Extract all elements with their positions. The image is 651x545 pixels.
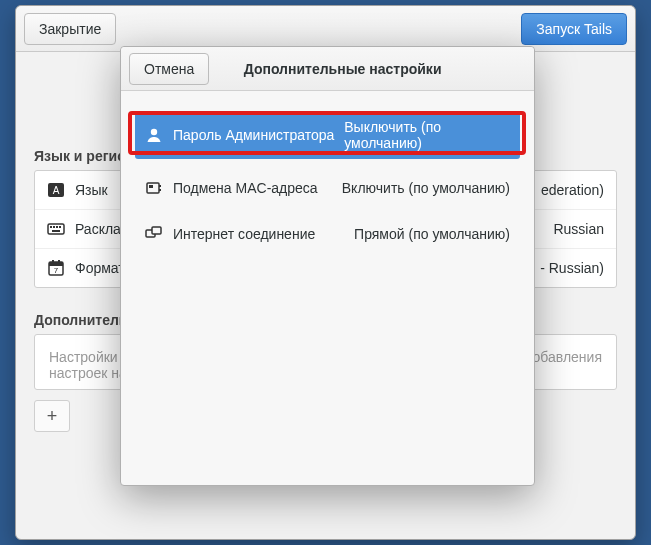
- row-language-value: ederation): [541, 182, 604, 198]
- dialog-header: Отмена Дополнительные настройки: [121, 47, 534, 91]
- svg-rect-6: [59, 226, 61, 228]
- svg-rect-17: [159, 189, 161, 191]
- options-list: Пароль Администратора Выключить (по умол…: [135, 111, 520, 251]
- cancel-button[interactable]: Отмена: [129, 53, 209, 85]
- option-admin-password-value: Выключить (по умолчанию): [344, 119, 510, 151]
- svg-rect-7: [52, 230, 60, 232]
- add-setting-button[interactable]: +: [34, 400, 70, 432]
- user-icon: [145, 126, 163, 144]
- option-mac-spoofing-label: Подмена MAC-адреса: [173, 180, 318, 196]
- option-mac-spoofing[interactable]: Подмена MAC-адреса Включить (по умолчани…: [135, 171, 520, 205]
- language-icon: A: [47, 181, 65, 199]
- svg-rect-5: [56, 226, 58, 228]
- svg-rect-3: [50, 226, 52, 228]
- svg-rect-4: [53, 226, 55, 228]
- svg-rect-16: [159, 185, 161, 187]
- row-formats-value: - Russian): [540, 260, 604, 276]
- svg-point-13: [151, 129, 157, 135]
- option-network-connection-value: Прямой (по умолчанию): [354, 226, 510, 242]
- keyboard-icon: [47, 220, 65, 238]
- svg-text:7: 7: [54, 266, 59, 275]
- option-network-connection-label: Интернет соединение: [173, 226, 315, 242]
- option-mac-spoofing-value: Включить (по умолчанию): [342, 180, 510, 196]
- svg-rect-15: [149, 185, 153, 188]
- svg-text:A: A: [53, 185, 60, 196]
- dialog-body: Пароль Администратора Выключить (по умол…: [121, 91, 534, 271]
- additional-settings-dialog: Отмена Дополнительные настройки Пароль А…: [120, 46, 535, 486]
- start-tails-button[interactable]: Запуск Tails: [521, 13, 627, 45]
- svg-rect-11: [58, 260, 60, 264]
- row-keyboard-value: Russian: [553, 221, 604, 237]
- option-admin-password-label: Пароль Администратора: [173, 127, 334, 143]
- calendar-icon: 7: [47, 259, 65, 277]
- svg-rect-2: [48, 224, 64, 234]
- svg-rect-10: [52, 260, 54, 264]
- row-language-label: Язык: [75, 182, 108, 198]
- option-admin-password[interactable]: Пароль Администратора Выключить (по умол…: [135, 111, 520, 159]
- close-button[interactable]: Закрытие: [24, 13, 116, 45]
- dialog-title: Дополнительные настройки: [219, 61, 526, 77]
- svg-rect-19: [152, 227, 161, 234]
- option-network-connection[interactable]: Интернет соединение Прямой (по умолчанию…: [135, 217, 520, 251]
- screens-icon: [145, 225, 163, 243]
- network-card-icon: [145, 179, 163, 197]
